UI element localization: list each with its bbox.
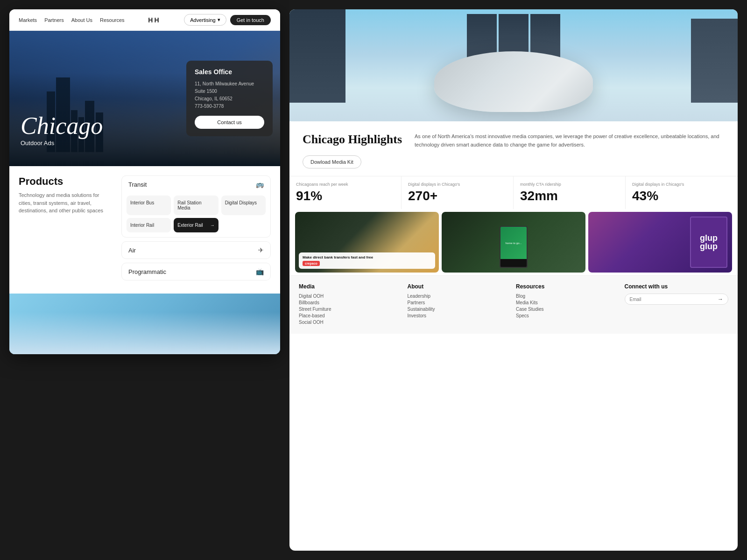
stat-reach: Chicagoans reach per week 91%	[289, 176, 402, 209]
sales-office-title: Sales Office	[195, 68, 264, 76]
right-skyscraper	[691, 19, 738, 103]
transit-items: Interior Bus Rail Station Media Digital …	[122, 193, 270, 237]
stat-ridership: monthly CTA ridership 32mm	[514, 176, 626, 209]
sales-office-address: 11, North Milwaukee Avenue Suite 1500 Ch…	[195, 80, 264, 110]
stat-displays-2: Digital displays in Chicago's 43%	[626, 176, 738, 209]
bottom-city-image	[9, 294, 280, 354]
ad-badge: crepaco	[303, 261, 320, 266]
products-description: Technology and media solutions for citie…	[19, 191, 112, 215]
advertising-label: Advertising	[190, 17, 215, 23]
programmatic-label: Programmatic	[128, 268, 166, 275]
footer: Media Digital OOH Billboards Street Furn…	[289, 275, 738, 334]
highlights-description: As one of North America's most innovativ…	[415, 133, 725, 149]
transit-item-rail-station[interactable]: Rail Station Media	[174, 196, 218, 215]
transit-icon: 🚌	[256, 181, 264, 188]
email-subscribe-row[interactable]: →	[625, 294, 729, 305]
highlights-title-col: Chicago Highlights	[303, 133, 405, 147]
get-in-touch-button[interactable]: Get in touch	[230, 15, 271, 25]
products-section: Products Technology and media solutions …	[9, 166, 280, 294]
transit-item-digital-displays[interactable]: Digital Displays	[221, 196, 266, 215]
footer-resources-title: Resources	[516, 283, 620, 290]
products-left: Products Technology and media solutions …	[19, 175, 112, 284]
nav-links: Markets Partners About Us Resources	[19, 17, 125, 23]
footer-digital-ooh[interactable]: Digital OOH	[299, 294, 403, 299]
advertising-button[interactable]: Advertising ▾	[184, 14, 226, 26]
glup-brand-text: glup	[700, 234, 718, 242]
nav-resources[interactable]: Resources	[100, 17, 125, 23]
programmatic-icon: 📺	[256, 268, 264, 275]
contact-us-button[interactable]: Contact us	[195, 116, 264, 129]
ad-text: Make direct bank transfers fast and free	[303, 255, 431, 259]
browser-window: Markets Partners About Us Resources HH A…	[9, 9, 280, 354]
gallery-image-3: glup glup	[588, 212, 732, 273]
nav-about[interactable]: About Us	[71, 17, 92, 23]
transit-item-exterior-rail[interactable]: Exterior Rail →	[174, 218, 218, 232]
bottom-buildings	[9, 312, 280, 354]
products-right: Transit 🚌 Interior Bus Rail Station Medi…	[121, 175, 271, 284]
stat-displays-label: Digital displays in Chicago's	[408, 182, 507, 187]
right-panel: Chicago Highlights As one of North Ameri…	[289, 0, 747, 560]
transit-label: Transit	[128, 181, 147, 188]
footer-partners[interactable]: Partners	[408, 300, 512, 305]
exterior-rail-label: Exterior Rail	[177, 223, 203, 228]
stat-displays-value: 270+	[408, 189, 507, 203]
stat-reach-value: 91%	[296, 189, 395, 203]
gallery-image-1: Make direct bank transfers fast and free…	[295, 212, 439, 273]
transit-item-interior-bus[interactable]: Interior Bus	[127, 196, 171, 215]
glup-advertisement: glup glup	[690, 217, 727, 268]
footer-case-studies[interactable]: Case Studies	[516, 307, 620, 312]
left-panel: Markets Partners About Us Resources HH A…	[0, 0, 289, 560]
display-screen: home to go...	[500, 227, 527, 259]
highlights-section: Chicago Highlights As one of North Ameri…	[289, 121, 738, 176]
highlights-row: Chicago Highlights As one of North Ameri…	[303, 133, 725, 149]
footer-street-furniture[interactable]: Street Furniture	[299, 307, 403, 312]
footer-media-kits[interactable]: Media Kits	[516, 300, 620, 305]
footer-investors[interactable]: Investors	[408, 313, 512, 318]
digital-display: home to go...	[500, 226, 528, 268]
programmatic-header[interactable]: Programmatic 📺	[122, 263, 270, 280]
footer-sustainability[interactable]: Sustainability	[408, 307, 512, 312]
download-media-kit-button[interactable]: Dowload Media Kit	[303, 155, 361, 168]
highlights-desc-col: As one of North America's most innovativ…	[415, 133, 725, 149]
footer-media-title: Media	[299, 283, 403, 290]
programmatic-category: Programmatic 📺	[121, 263, 271, 280]
footer-about: About Leadership Partners Sustainability…	[408, 283, 512, 326]
hero-subtitle: Outdoor Ads	[21, 140, 54, 147]
arrow-right-icon: →	[210, 223, 215, 228]
footer-place-based[interactable]: Place-based	[299, 313, 403, 318]
footer-billboards[interactable]: Billboards	[299, 300, 403, 305]
photo-gallery: Make direct bank transfers fast and free…	[289, 209, 738, 275]
stat-displays-2-label: Digital displays in Chicago's	[632, 182, 731, 187]
left-skyscraper	[289, 9, 345, 103]
submit-email-arrow-icon[interactable]: →	[718, 296, 723, 302]
glup-brand-text-2: glup	[700, 242, 718, 251]
logo: HH	[148, 16, 160, 24]
nav-partners[interactable]: Partners	[44, 17, 64, 23]
navbar: Markets Partners About Us Resources HH A…	[9, 9, 280, 31]
email-input[interactable]	[630, 297, 718, 302]
stats-row: Chicagoans reach per week 91% Digital di…	[289, 176, 738, 209]
bank-transfer-ad: Make direct bank transfers fast and free…	[299, 252, 435, 269]
footer-media: Media Digital OOH Billboards Street Furn…	[299, 283, 403, 326]
stat-reach-label: Chicagoans reach per week	[296, 182, 395, 187]
sales-office-card: Sales Office 11, North Milwaukee Avenue …	[186, 61, 273, 136]
footer-blog[interactable]: Blog	[516, 294, 620, 299]
chicago-bean-image	[289, 9, 738, 121]
air-icon: ✈	[258, 246, 264, 254]
air-category: Air ✈	[121, 241, 271, 259]
nav-markets[interactable]: Markets	[19, 17, 37, 23]
highlights-title: Chicago Highlights	[303, 133, 405, 147]
footer-connect: Connect with us →	[625, 283, 729, 326]
footer-resources: Resources Blog Media Kits Case Studies S…	[516, 283, 620, 326]
footer-social-ooh[interactable]: Social OOH	[299, 320, 403, 325]
products-title: Products	[19, 175, 112, 188]
transit-item-interior-rail[interactable]: Interior Rail	[127, 218, 171, 232]
footer-specs[interactable]: Specs	[516, 313, 620, 318]
footer-about-title: About	[408, 283, 512, 290]
footer-leadership[interactable]: Leadership	[408, 294, 512, 299]
transit-category: Transit 🚌 Interior Bus Rail Station Medi…	[121, 175, 271, 238]
transit-header[interactable]: Transit 🚌	[122, 176, 270, 193]
air-label: Air	[128, 247, 136, 254]
air-header[interactable]: Air ✈	[122, 242, 270, 259]
gallery-overlay-1: Make direct bank transfers fast and free…	[295, 249, 439, 273]
